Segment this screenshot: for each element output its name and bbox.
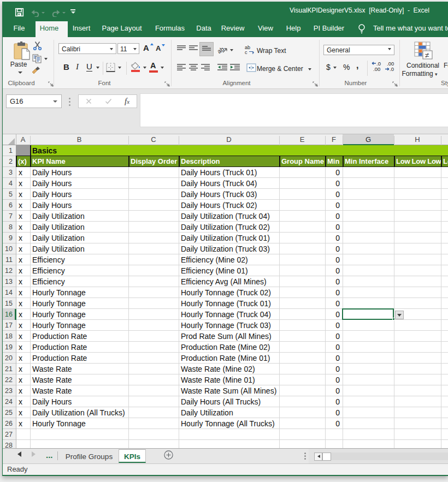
svg-text:ab: ab	[217, 45, 225, 55]
svg-text:.00: .00	[373, 66, 380, 72]
svg-text:≠: ≠	[425, 51, 429, 59]
svg-text:c: c	[245, 50, 247, 55]
